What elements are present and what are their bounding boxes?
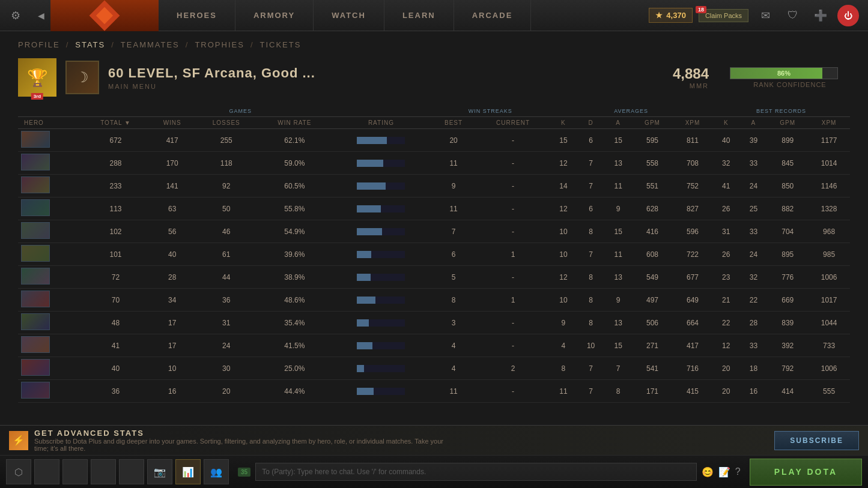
- taskbar-camera-icon[interactable]: 📷: [147, 459, 172, 484]
- back-button[interactable]: ◀: [31, 0, 50, 31]
- taskbar-group-icon[interactable]: 👥: [204, 459, 229, 484]
- table-row[interactable]: 672 417 255 62.1% 20 - 15 6 15 595 811 4…: [18, 129, 850, 152]
- chat-area: 35 To (Party): Type here to chat. Use '/…: [238, 463, 741, 481]
- mmr-badge: ★ 4,370: [649, 8, 693, 23]
- th-games-group: GAMES: [150, 106, 332, 117]
- current-streak-cell: 1: [476, 243, 550, 266]
- table-row[interactable]: 113 63 50 55.8% 11 - 12 6 9 628 827 26 2…: [18, 197, 850, 220]
- avg-d-cell: 8: [577, 220, 605, 243]
- play-dota-button[interactable]: PLAY DOTA: [750, 459, 862, 486]
- plus-icon[interactable]: ➕: [810, 5, 831, 26]
- nav-arcade[interactable]: ARCADE: [454, 0, 532, 31]
- taskbar-dota-icon[interactable]: ⬡: [6, 459, 31, 484]
- table-row[interactable]: 102 56 46 54.9% 7 - 10 8 15 416 596 31 3…: [18, 220, 850, 243]
- hero-icon: ☽: [65, 61, 99, 94]
- total-cell: 72: [82, 266, 150, 289]
- th-hero-spacer: [18, 106, 150, 117]
- avg-d-cell: 8: [577, 289, 605, 312]
- breadcrumb-tickets[interactable]: TICKETS: [260, 40, 302, 49]
- breadcrumb-teammates[interactable]: TEAMMATES: [121, 40, 180, 49]
- breadcrumb-trophies[interactable]: TROPHIES: [195, 40, 244, 49]
- stats-table-container[interactable]: GAMES WIN STREAKS AVERAGES BEST RECORDS …: [0, 106, 868, 436]
- rating-cell: [332, 380, 431, 403]
- best-a-cell: 33: [740, 334, 768, 357]
- chat-placeholder: To (Party): Type here to chat. Use '/' f…: [262, 468, 426, 476]
- best-streak-cell: 4: [431, 357, 476, 380]
- rating-cell: [332, 152, 431, 175]
- avg-a-cell: 9: [604, 197, 632, 220]
- taskbar-stats-icon[interactable]: 📊: [175, 459, 201, 484]
- current-streak-cell: -: [476, 152, 550, 175]
- best-streak-cell: 9: [431, 175, 476, 197]
- total-cell: 36: [82, 380, 150, 403]
- table-row[interactable]: 48 17 31 35.4% 3 - 9 8 13 506 664 22 28 …: [18, 312, 850, 334]
- nav-armory[interactable]: ARMORY: [235, 0, 314, 31]
- current-streak-cell: 2: [476, 357, 550, 380]
- th-total[interactable]: TOTAL ▼: [82, 117, 150, 129]
- table-row[interactable]: 70 34 36 48.6% 8 1 10 8 9 497 649 21 22 …: [18, 289, 850, 312]
- th-rating-spacer: [332, 106, 431, 117]
- total-cell: 102: [82, 220, 150, 243]
- winrate-cell: 39.6%: [258, 243, 332, 266]
- avg-k-cell: 12: [550, 266, 577, 289]
- avatar: 🏆: [18, 58, 56, 97]
- shield-icon[interactable]: 🛡: [782, 5, 804, 26]
- chat-help-button[interactable]: ?: [735, 466, 741, 477]
- avg-gpm-cell: 171: [632, 380, 673, 403]
- best-k-cell: 26: [712, 243, 740, 266]
- best-gpm-cell: 704: [767, 220, 808, 243]
- taskbar-btn-2[interactable]: [62, 459, 88, 484]
- rating-cell: [332, 129, 431, 152]
- best-a-cell: 24: [740, 175, 768, 197]
- subscribe-button[interactable]: SUBSCRIBE: [774, 431, 859, 450]
- settings-icon[interactable]: ⚙: [0, 0, 31, 31]
- chat-input[interactable]: To (Party): Type here to chat. Use '/' f…: [255, 463, 697, 481]
- table-row[interactable]: 41 17 24 41.5% 4 - 4 10 15 271 417 12 33…: [18, 334, 850, 357]
- avg-gpm-cell: 416: [632, 220, 673, 243]
- best-a-cell: 33: [740, 220, 768, 243]
- profile-mmr-value: 4,884: [673, 65, 709, 82]
- taskbar-btn-4[interactable]: [119, 459, 144, 484]
- th-best-gpm: GPM: [767, 117, 808, 129]
- winrate-cell: 41.5%: [258, 334, 332, 357]
- hero-cell: [18, 266, 82, 289]
- avg-d-cell: 7: [577, 243, 605, 266]
- table-row[interactable]: 40 10 30 25.0% 4 2 8 7 7 541 716 20 18 7…: [18, 357, 850, 380]
- chat-format-button[interactable]: 📝: [718, 466, 730, 478]
- avg-d-cell: 7: [577, 357, 605, 380]
- winrate-cell: 38.9%: [258, 266, 332, 289]
- power-button[interactable]: ⏻: [837, 5, 859, 26]
- nav-learn[interactable]: LEARN: [384, 0, 454, 31]
- emoji-button[interactable]: 😊: [702, 466, 714, 478]
- table-row[interactable]: 288 170 118 59.0% 11 - 12 7 13 558 708 3…: [18, 152, 850, 175]
- rank-bar-text: 86%: [777, 70, 791, 77]
- dota-logo[interactable]: [50, 0, 159, 31]
- avg-d-cell: 7: [577, 152, 605, 175]
- best-k-cell: 40: [712, 129, 740, 152]
- best-k-cell: 21: [712, 289, 740, 312]
- total-cell: 70: [82, 289, 150, 312]
- avg-k-cell: 9: [550, 312, 577, 334]
- claim-packs-button[interactable]: 18 Claim Packs: [699, 9, 748, 22]
- nav-heroes[interactable]: HEROES: [159, 0, 235, 31]
- table-row[interactable]: 101 40 61 39.6% 6 1 10 7 11 608 722 26 2…: [18, 243, 850, 266]
- table-row[interactable]: 233 141 92 60.5% 9 - 14 7 11 551 752 41 …: [18, 175, 850, 197]
- rank-badge: 3rd: [31, 93, 43, 100]
- breadcrumb-profile[interactable]: PROFILE: [18, 40, 60, 49]
- avg-d-cell: 8: [577, 312, 605, 334]
- nav-watch[interactable]: WATCH: [314, 0, 384, 31]
- breadcrumb-stats[interactable]: STATS: [75, 40, 105, 49]
- table-row[interactable]: 72 28 44 38.9% 5 - 12 8 13 549 677 23 32…: [18, 266, 850, 289]
- best-k-cell: 26: [712, 197, 740, 220]
- nav-menu: HEROES ARMORY WATCH LEARN ARCADE: [159, 0, 649, 31]
- best-a-cell: 28: [740, 312, 768, 334]
- taskbar-btn-3[interactable]: [91, 459, 116, 484]
- table-row[interactable]: 36 16 20 44.4% 11 - 11 7 8 171 415 20 16…: [18, 380, 850, 403]
- best-k-cell: 32: [712, 152, 740, 175]
- avg-gpm-cell: 541: [632, 357, 673, 380]
- taskbar-btn-1[interactable]: [34, 459, 59, 484]
- mail-icon[interactable]: ✉: [754, 5, 776, 26]
- best-xpm-cell: 733: [808, 334, 850, 357]
- current-streak-cell: -: [476, 129, 550, 152]
- total-cell: 672: [82, 129, 150, 152]
